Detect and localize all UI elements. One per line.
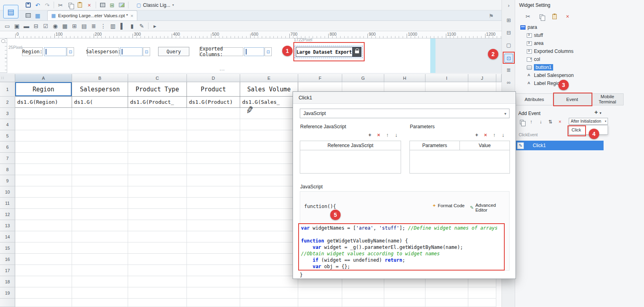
edit-event-icon[interactable]: ✎: [517, 142, 524, 149]
row-header-13[interactable]: 13: [0, 220, 15, 231]
cell-A1[interactable]: Region: [15, 82, 72, 97]
cell-C5[interactable]: [128, 130, 187, 141]
parameters-table[interactable]: Parameters Value: [409, 141, 510, 174]
row-header-extra[interactable]: [0, 299, 15, 307]
number-widget-icon[interactable]: ⊞: [70, 22, 79, 30]
delete-icon[interactable]: ×: [84, 1, 94, 10]
cell-E14[interactable]: [240, 231, 298, 242]
cell-A7[interactable]: [15, 153, 72, 164]
cell-D12[interactable]: [187, 209, 240, 220]
cell-G19[interactable]: [342, 287, 384, 299]
cell-B3[interactable]: [72, 108, 128, 119]
widget-settings-icon[interactable]: ⊡: [504, 54, 513, 63]
row-header-7[interactable]: 7: [0, 153, 15, 164]
tree-item-para[interactable]: para: [520, 23, 537, 31]
cell-D1[interactable]: Product: [187, 82, 240, 97]
cell-I19[interactable]: [425, 287, 468, 299]
cell-B9[interactable]: [72, 175, 128, 186]
radio-widget-icon[interactable]: ◉: [50, 22, 60, 30]
cell-E20[interactable]: [240, 299, 298, 307]
exported-columns-input[interactable]: [244, 47, 264, 56]
delete-icon[interactable]: ×: [482, 131, 489, 138]
cut-icon[interactable]: ✂: [56, 1, 65, 10]
cell-E8[interactable]: [240, 164, 298, 175]
cell-A4[interactable]: [15, 119, 72, 130]
insert-chart-icon[interactable]: ⊞: [107, 1, 117, 10]
cell-A2[interactable]: ds1.G(Region): [15, 97, 72, 108]
cell-E16[interactable]: [240, 254, 298, 265]
row-header-6[interactable]: 6: [0, 141, 15, 153]
app-logo-icon[interactable]: ▤: [3, 5, 18, 18]
cell-C6[interactable]: [128, 141, 187, 153]
cell-C9[interactable]: [128, 175, 187, 186]
cell-D3[interactable]: [187, 108, 240, 119]
row-header-10[interactable]: 10: [0, 186, 15, 198]
cell-E1[interactable]: Sales Volume: [240, 82, 298, 97]
cell-D13[interactable]: [187, 220, 240, 231]
collapse-panel-icon[interactable]: ›: [505, 2, 512, 9]
row-header-5[interactable]: 5: [0, 130, 15, 141]
delete-icon[interactable]: ×: [375, 131, 382, 138]
cell-D2[interactable]: ds1.G(Product): [187, 97, 240, 108]
tree-item-area[interactable]: area: [527, 39, 544, 47]
cell-D8[interactable]: [187, 164, 240, 175]
cell-E10[interactable]: [240, 186, 298, 198]
cell-I20[interactable]: [425, 299, 468, 307]
cut-icon[interactable]: ✂: [523, 12, 533, 21]
cell-H20[interactable]: [384, 299, 425, 307]
hyperlink-icon[interactable]: ∞: [505, 79, 512, 86]
cell-D7[interactable]: [187, 153, 240, 164]
cell-A16[interactable]: [15, 254, 72, 265]
col-header-F[interactable]: F: [298, 74, 342, 82]
cell-B15[interactable]: [72, 242, 128, 254]
paste-icon[interactable]: [75, 1, 84, 10]
cell-E12[interactable]: [240, 209, 298, 220]
cell-B4[interactable]: [72, 119, 128, 130]
cell-B14[interactable]: [72, 231, 128, 242]
dialog-title[interactable]: Click1: [293, 92, 516, 104]
cell-C17[interactable]: [128, 265, 187, 276]
cell-D5[interactable]: [187, 130, 240, 141]
cell-B20[interactable]: [72, 299, 128, 307]
cell-D14[interactable]: [187, 231, 240, 242]
cell-B7[interactable]: [72, 153, 128, 164]
cell-A9[interactable]: [15, 175, 72, 186]
move-down-icon[interactable]: ↓: [538, 119, 544, 125]
cell-B19[interactable]: [72, 287, 128, 299]
row-header-16[interactable]: 16: [0, 254, 15, 265]
cell-E4[interactable]: [240, 119, 298, 130]
add-icon[interactable]: +: [473, 131, 480, 138]
exported-columns-label-widget[interactable]: Exported Columns:: [199, 47, 243, 56]
row-header-19[interactable]: 19: [0, 287, 15, 299]
save-icon[interactable]: [23, 1, 33, 10]
tab-attributes[interactable]: Attributes: [516, 93, 553, 105]
cell-J19[interactable]: [468, 287, 496, 299]
more-widgets-icon[interactable]: ▸: [150, 22, 160, 30]
preview-icon[interactable]: ⚑: [486, 12, 496, 20]
tree-item-stuff[interactable]: stuff: [527, 31, 543, 39]
report-tab[interactable]: ▦ Exporting Large...eter Values.cpt * ×: [47, 10, 137, 20]
row-header-9[interactable]: 9: [0, 175, 15, 186]
large-dataset-export-widget[interactable]: Large Dataset Export: [296, 47, 361, 57]
delete-event-icon[interactable]: ×: [557, 119, 563, 125]
row-header-4[interactable]: 4: [0, 119, 15, 130]
cell-C8[interactable]: [128, 164, 187, 175]
cell-B1[interactable]: Salesperson: [72, 82, 128, 97]
cell-C20[interactable]: [128, 299, 187, 307]
move-up-icon[interactable]: ↑: [528, 119, 534, 125]
col-header-H[interactable]: H: [384, 74, 425, 82]
password-widget-icon[interactable]: ▌: [118, 22, 127, 30]
cell-E6[interactable]: [240, 141, 298, 153]
insert-image-icon[interactable]: [117, 1, 126, 10]
cell-C7[interactable]: [128, 153, 187, 164]
row-header-17[interactable]: 17: [0, 265, 15, 276]
cell-H19[interactable]: [384, 287, 425, 299]
cell-C4[interactable]: [128, 119, 187, 130]
tab-event[interactable]: Event: [553, 93, 592, 105]
pane-resize-handle[interactable]: ⋯: [219, 67, 226, 73]
move-down-icon[interactable]: ↓: [500, 131, 507, 138]
cell-C1[interactable]: Product Type: [128, 82, 187, 97]
cell-C19[interactable]: [128, 287, 187, 299]
cell-A20[interactable]: [15, 299, 72, 307]
cell-C16[interactable]: [128, 254, 187, 265]
